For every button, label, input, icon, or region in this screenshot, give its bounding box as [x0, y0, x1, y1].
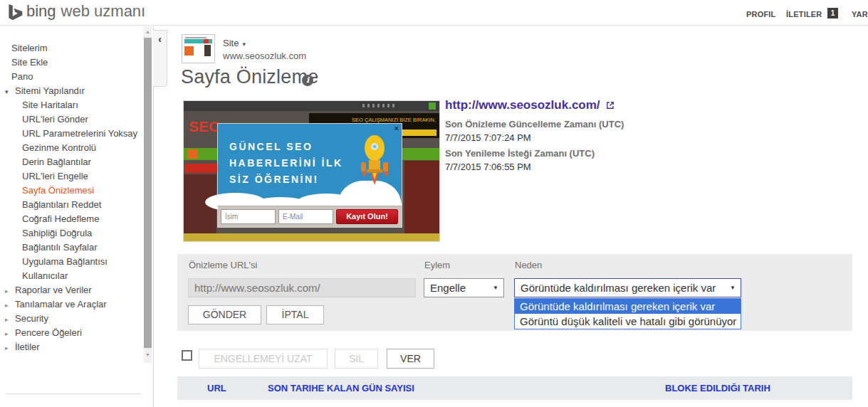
preview-category-chip	[185, 164, 217, 173]
sidebar-item-uygulama-baglantisi[interactable]: Uygulama Bağlantısı	[0, 254, 153, 268]
preview-url-label: Önizleme URL'si	[189, 260, 257, 270]
caret-right-icon: ▸	[5, 314, 9, 325]
sidebar-item-iletiler[interactable]: ▸İletiler	[0, 339, 153, 354]
preview-social-icons	[362, 104, 395, 107]
preview-url-input[interactable]	[188, 278, 416, 297]
sidebar-item-site-ekle[interactable]: Site Ekle	[0, 55, 153, 69]
app-header: bingweb uzmanı PROFIL İLETILER 1 YARDIM	[0, 0, 868, 26]
column-blocked-date: BLOKE EDILDIĞI TARIH	[665, 383, 770, 393]
delete-button[interactable]: SIL	[335, 349, 378, 369]
thumb-seo-logo	[184, 46, 194, 56]
sidebar-item-baglantili-sayfalar[interactable]: Bağlantılı Sayfalar	[0, 240, 153, 254]
sidebar-item-sayfa-onizlemesi[interactable]: Sayfa Önizlemesi	[0, 183, 153, 197]
action-label: Eylem	[424, 260, 450, 270]
sidebar-item-site-haritalari[interactable]: Site Haritaları	[0, 97, 153, 112]
messages-count-badge: 1	[827, 8, 838, 18]
sidebar-item-sahipligi-dogrula[interactable]: Sahipliği Doğrula	[0, 226, 153, 240]
caret-right-icon: ▸	[5, 286, 9, 297]
refresh-request-label: Son Yenileme İsteği Zamanı (UTC)	[445, 148, 595, 159]
site-dropdown[interactable]: Site▾	[223, 38, 246, 48]
sidebar-item-security[interactable]: ▸Security	[0, 311, 153, 325]
external-link-icon	[605, 100, 615, 110]
sidebar-item-sitemi-yapilandir[interactable]: ▾Sitemi Yapılandır	[0, 83, 153, 97]
sidebar-nav: Sitelerim Site Ekle Pano ▾Sitemi Yapılan…	[0, 41, 153, 354]
reason-option[interactable]: Görüntüde kaldırılması gereken içerik va…	[515, 299, 741, 314]
site-domain: www.seosozluk.com	[223, 51, 306, 61]
sidebar-collapse-button[interactable]: ‹	[153, 30, 167, 87]
submit-button[interactable]: GÖNDER	[188, 305, 261, 324]
column-url: URL	[207, 383, 226, 393]
caret-right-icon: ▸	[5, 343, 9, 354]
brand-name: bing	[26, 2, 56, 20]
sidebar-item-url-parametrelerini-yoksay[interactable]: URL Parametrelerini Yoksay	[0, 126, 153, 140]
refresh-request-value: 7/7/2015 7:06:55 PM	[445, 162, 531, 172]
caret-down-icon: ▾	[242, 41, 246, 48]
page-preview-image: SEO SEO ÇALIŞMANIZI BİZE BIRAKIN,	[183, 100, 440, 242]
action-select[interactable]: Engelle ▼	[424, 278, 504, 297]
preview-search-button	[429, 102, 436, 110]
preview-url-link[interactable]: http://www.seosozluk.com/	[445, 98, 615, 112]
sidebar-item-cografi-hedefleme[interactable]: Coğrafi Hedefleme	[0, 211, 153, 226]
page-title: Sayfa Önizleme	[181, 66, 318, 88]
select-caret-icon: ▼	[730, 285, 736, 291]
sidebar-item-raporlar-ve-veriler[interactable]: ▸Raporlar ve Veriler	[0, 282, 153, 297]
reason-options-list: Görüntüde kaldırılması gereken içerik va…	[514, 298, 741, 329]
sidebar-scrollbar-thumb[interactable]	[144, 38, 152, 348]
caret-down-icon: ▾	[5, 87, 9, 97]
rocket-bulb-illustration	[353, 131, 396, 192]
reason-option[interactable]: Görüntü düşük kaliteli ve hatalı gibi gö…	[515, 314, 741, 329]
preview-topbar	[184, 101, 439, 111]
site-thumbnail	[182, 34, 215, 63]
sidebar: Sitelerim Site Ekle Pano ▾Sitemi Yapılan…	[0, 26, 153, 407]
sidebar-item-pencere-ogeleri[interactable]: ▸Pencere Öğeleri	[0, 325, 153, 339]
thumb-text-line	[185, 37, 206, 38]
sidebar-item-sitelerim[interactable]: Sitelerim	[0, 41, 153, 55]
preview-bottom-strip	[184, 233, 439, 242]
thumb-banner	[184, 39, 212, 43]
bing-webmaster-app: bingweb uzmanı PROFIL İLETILER 1 YARDIM …	[0, 0, 868, 407]
preview-right-content	[404, 161, 440, 233]
extend-block-button[interactable]: ENGELLEMEYİ UZAT	[199, 349, 328, 369]
sidebar-item-kullanicilar[interactable]: Kullanıcılar	[0, 268, 153, 282]
product-name: web uzmanı	[61, 2, 146, 20]
bing-logo-icon	[5, 3, 24, 23]
thumb-body	[184, 45, 213, 59]
sidebar-item-tanilamalar-ve-araclar[interactable]: ▸Tanılamalar ve Araçlar	[0, 297, 153, 311]
sidebar-item-urlleri-engelle[interactable]: URL'leri Engelle	[0, 169, 153, 183]
sidebar-item-urlleri-gonder[interactable]: URL'leri Gönder	[0, 112, 153, 126]
nav-help[interactable]: YARDIM	[852, 10, 868, 18]
preview-name-field: İsim	[221, 209, 276, 224]
reason-select[interactable]: Görüntüde kaldırılması gereken içerik va…	[514, 278, 741, 297]
caret-right-icon: ▸	[5, 300, 9, 311]
modal-headline: GÜNCEL SEO HABERLERİNİ İLK SİZ ÖĞRENİN!	[229, 139, 343, 188]
scrollbar-down-icon[interactable]: ▼	[144, 351, 152, 359]
collapse-chevron-icon: ‹	[153, 31, 167, 48]
select-caret-icon: ▼	[493, 285, 498, 291]
preview-home-icon	[187, 149, 198, 159]
column-days-remaining: SON TARIHE KALAN GÜN SAYISI	[268, 383, 414, 393]
sidebar-divider	[6, 393, 141, 394]
preview-email-field: E-Mail	[278, 209, 333, 224]
sidebar-item-gezinme-kontrolu[interactable]: Gezinme Kontrolü	[0, 140, 153, 154]
updated-time-label: Son Önizleme Güncelleme Zamanı (UTC)	[445, 119, 624, 130]
close-icon: ×	[394, 124, 399, 132]
reason-label: Neden	[515, 260, 542, 270]
sidebar-item-derin-baglantilar[interactable]: Derin Bağlantılar	[0, 154, 153, 169]
blocked-urls-table-header: URL SON TARIHE KALAN GÜN SAYISI BLOKE ED…	[177, 376, 852, 400]
preview-newsletter-modal: GÜNCEL SEO HABERLERİNİ İLK SİZ ÖĞRENİN! …	[217, 123, 402, 228]
cancel-button[interactable]: İPTAL	[266, 305, 324, 324]
nav-messages[interactable]: İLETILER	[786, 10, 822, 18]
caret-right-icon: ▸	[5, 329, 9, 339]
preview-signup-button: Kayıt Olun!	[336, 209, 398, 224]
scrollbar-up-icon[interactable]: ▲	[144, 28, 152, 36]
export-button[interactable]: VER	[387, 349, 434, 369]
sidebar-item-baglantilari-reddet[interactable]: Bağlantıları Reddet	[0, 197, 153, 211]
nav-profile[interactable]: PROFIL	[746, 10, 776, 18]
thumb-photo	[204, 45, 211, 56]
sidebar-item-pano[interactable]: Pano	[0, 69, 153, 83]
info-icon[interactable]: i	[302, 75, 313, 86]
select-all-checkbox[interactable]	[182, 350, 192, 361]
preview-ad-button	[401, 130, 436, 136]
preview-site-logo: SEO	[189, 118, 220, 135]
app-title: bingweb uzmanı	[26, 2, 145, 21]
